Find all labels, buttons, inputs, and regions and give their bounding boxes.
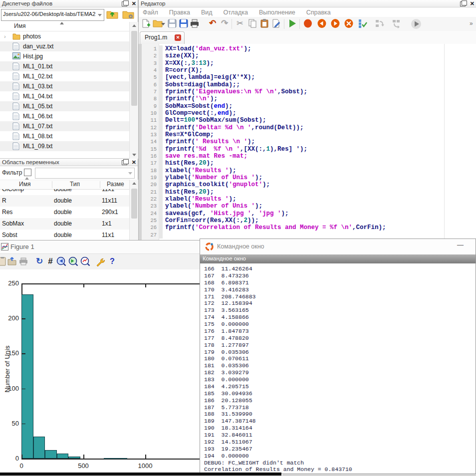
expand-chevron-icon[interactable]: › — [4, 33, 6, 40]
figure-export-button[interactable] — [6, 256, 17, 267]
terminal-line: 173 3.563165 — [204, 307, 476, 314]
editor-titlebar[interactable]: Редактор ✕ — [139, 0, 476, 7]
cut-icon[interactable]: ✂ — [235, 18, 245, 29]
terminal-line: 194 0.000000 — [204, 453, 476, 460]
figure-refresh-icon[interactable]: ↻ — [34, 256, 45, 267]
file-row[interactable]: ML1_09.txt — [0, 141, 129, 151]
file-name: ML1_07.txt — [23, 121, 52, 131]
figure-plot-icon — [1, 243, 8, 252]
tab-close-icon[interactable]: ✕ — [175, 34, 181, 41]
previous-breakpoint-button[interactable] — [316, 18, 327, 29]
save-as-button[interactable] — [178, 18, 189, 29]
workspace-titlebar[interactable]: Область переменных ✕ — [0, 159, 138, 166]
file-row[interactable]: ML1_02.txt — [0, 71, 129, 81]
variable-row[interactable]: Rdouble11x11 — [0, 195, 129, 207]
file-row[interactable]: ML1_06.txt — [0, 111, 129, 121]
command-window-dock-strip[interactable]: Командное окно — [200, 254, 476, 263]
file-row[interactable]: Hist.jpg — [0, 51, 129, 61]
menu-item-Отладка[interactable]: Отладка — [224, 9, 248, 16]
breakpoint-margin-cell — [159, 45, 163, 52]
file-row[interactable]: ›photos — [0, 31, 129, 41]
code-text: CorFin=corr(Res,XX(:,2)); — [163, 217, 259, 224]
line-number: 13 — [142, 131, 159, 138]
histogram-bar — [68, 457, 80, 459]
open-dropdown-icon[interactable] — [161, 18, 166, 29]
find-button[interactable] — [271, 18, 282, 29]
file-row[interactable]: ML1_04.txt — [0, 91, 129, 101]
variable-row[interactable]: GlCompdouble11x1 — [0, 189, 129, 195]
tab-prog1[interactable]: Prog1.m ✕ — [140, 31, 185, 44]
file-row[interactable]: ML1_03.txt — [0, 81, 129, 91]
terminal-line: 181 0.035306 — [204, 362, 476, 369]
undock-icon[interactable] — [460, 1, 466, 6]
file-list-scrollbar[interactable] — [129, 22, 139, 159]
code-text: fprintf('%d %f \n ',[XX(:,1),Res] '); — [163, 146, 307, 153]
figure-zoom-next-button[interactable] — [68, 256, 79, 267]
code-editor[interactable]: 1XX=load('dan_vuz.txt');2size(XX);3X=XX(… — [139, 44, 476, 240]
next-breakpoint-button[interactable] — [330, 18, 341, 29]
editor-title: Редактор — [141, 0, 166, 6]
file-list-header[interactable]: Имя — [0, 22, 129, 31]
file-browser-titlebar[interactable]: Диспетчер файлов ✕ — [0, 0, 138, 7]
path-combobox[interactable]: Jsers/u202-06/Desktop/it-labs/TEMA2 — [1, 9, 104, 21]
undock-icon[interactable] — [122, 1, 127, 6]
menu-item-Файл[interactable]: Файл — [143, 9, 158, 16]
redo-icon[interactable]: ↷ — [219, 18, 230, 29]
close-icon[interactable]: ✕ — [132, 0, 136, 7]
new-script-button[interactable] — [140, 18, 151, 29]
step-button[interactable] — [357, 18, 368, 29]
print-button[interactable] — [189, 18, 200, 29]
terminal-line: 166 11.426264 — [204, 265, 476, 272]
menu-item-Правка[interactable]: Правка — [169, 9, 190, 16]
remove-breakpoints-button[interactable] — [343, 18, 354, 29]
folder-actions-button[interactable] — [122, 7, 135, 22]
line-number: 16 — [142, 153, 159, 160]
filter-combobox[interactable] — [35, 168, 135, 179]
close-icon[interactable]: ✕ — [132, 159, 136, 166]
save-button[interactable] — [167, 18, 178, 29]
undo-icon[interactable]: ↶ — [207, 18, 218, 29]
step-in-button[interactable] — [374, 18, 385, 29]
menu-item-Выполнение[interactable]: Выполнение — [259, 9, 295, 16]
figure-grid-icon[interactable]: # — [45, 256, 56, 267]
folder-up-button[interactable] — [106, 7, 119, 22]
copy-button[interactable] — [247, 18, 258, 29]
file-row[interactable]: ML1_08.txt — [0, 131, 129, 141]
breakpoint-margin-cell — [159, 217, 163, 224]
file-row[interactable]: ML1_07.txt — [0, 121, 129, 131]
file-row[interactable]: ML1_01.txt — [0, 61, 129, 71]
line-number: 5 — [142, 74, 159, 81]
undock-icon[interactable] — [122, 160, 127, 165]
toolbar-overflow-icon[interactable]: » — [470, 20, 473, 27]
figure-print-button[interactable] — [18, 256, 29, 267]
variable-row[interactable]: Resdouble290x1 — [0, 207, 129, 218]
figure-zoom-prev-button[interactable] — [56, 256, 67, 267]
figure-settings-button[interactable] — [95, 256, 106, 267]
minimize-icon[interactable]: — — [457, 241, 464, 248]
menu-item-Вид[interactable]: Вид — [201, 9, 213, 16]
run-script-button[interactable] — [287, 18, 298, 29]
close-icon[interactable]: ✕ — [470, 0, 475, 7]
workspace-table-header[interactable]: Имя Тип Разме — [0, 180, 129, 190]
filter-label: Фильтр — [2, 169, 22, 176]
terminal-output[interactable]: 166 11.426264167 8.473236168 6.898371170… — [200, 263, 476, 474]
workspace-scrollbar[interactable] — [129, 180, 139, 240]
paste-button[interactable] — [259, 18, 270, 29]
variable-row[interactable]: SobMaxdouble1x1 — [0, 218, 129, 230]
toggle-breakpoint-button[interactable] — [302, 18, 313, 29]
figure-help-icon[interactable]: ? — [107, 256, 118, 267]
figure-autoscale-button[interactable] — [80, 256, 91, 267]
filter-checkbox[interactable] — [24, 169, 31, 176]
continue-button[interactable] — [411, 18, 422, 29]
menu-item-Справка[interactable]: Справка — [306, 9, 331, 16]
variable-row[interactable]: Sobstdouble11x1 — [0, 230, 129, 240]
variable-size: 1x1 — [102, 218, 111, 230]
file-row[interactable]: dan_vuz.txt — [0, 41, 129, 51]
step-out-button[interactable] — [391, 18, 402, 29]
code-text: fprintf('Correlation of Results and Mone… — [163, 224, 386, 231]
command-window-titlebar[interactable]: Командное окно — — [200, 239, 476, 255]
code-text: fprintf('\n'); — [163, 95, 218, 102]
code-line: 7fprintf('Eigenvalues:\n %f \n',Sobst); — [142, 88, 476, 95]
file-row[interactable]: ML1_05.txt — [0, 101, 129, 111]
breakpoint-margin-cell — [159, 203, 163, 210]
